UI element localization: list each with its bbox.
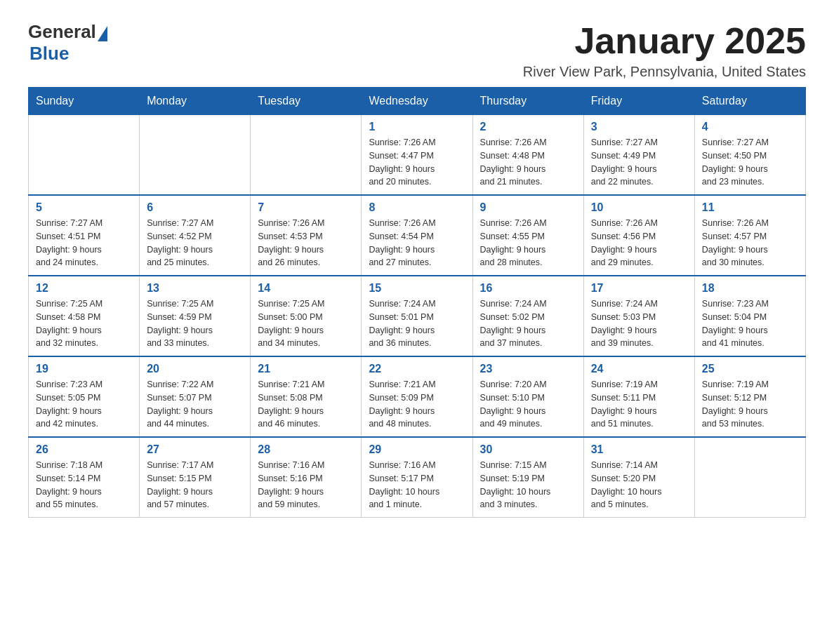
day-info: Sunrise: 7:24 AM Sunset: 5:02 PM Dayligh… bbox=[480, 297, 576, 350]
calendar-table: SundayMondayTuesdayWednesdayThursdayFrid… bbox=[28, 87, 806, 518]
calendar-cell: 29Sunrise: 7:16 AM Sunset: 5:17 PM Dayli… bbox=[362, 437, 472, 518]
day-number: 16 bbox=[480, 282, 576, 295]
calendar-cell: 5Sunrise: 7:27 AM Sunset: 4:51 PM Daylig… bbox=[29, 195, 140, 276]
calendar-header-row: SundayMondayTuesdayWednesdayThursdayFrid… bbox=[29, 88, 806, 115]
day-number: 10 bbox=[591, 201, 687, 214]
logo: General Blue bbox=[28, 21, 107, 65]
day-info: Sunrise: 7:23 AM Sunset: 5:04 PM Dayligh… bbox=[702, 297, 798, 350]
day-number: 30 bbox=[480, 443, 576, 456]
day-info: Sunrise: 7:14 AM Sunset: 5:20 PM Dayligh… bbox=[591, 459, 687, 511]
calendar-cell: 31Sunrise: 7:14 AM Sunset: 5:20 PM Dayli… bbox=[583, 437, 694, 518]
day-info: Sunrise: 7:27 AM Sunset: 4:50 PM Dayligh… bbox=[702, 136, 798, 189]
calendar-cell: 18Sunrise: 7:23 AM Sunset: 5:04 PM Dayli… bbox=[694, 276, 805, 356]
calendar-week-row: 26Sunrise: 7:18 AM Sunset: 5:14 PM Dayli… bbox=[29, 437, 806, 518]
day-info: Sunrise: 7:26 AM Sunset: 4:48 PM Dayligh… bbox=[480, 136, 576, 189]
day-info: Sunrise: 7:25 AM Sunset: 4:59 PM Dayligh… bbox=[147, 297, 243, 350]
day-info: Sunrise: 7:17 AM Sunset: 5:15 PM Dayligh… bbox=[147, 459, 243, 511]
calendar-cell bbox=[140, 115, 251, 196]
calendar-cell bbox=[694, 437, 805, 518]
calendar-cell: 6Sunrise: 7:27 AM Sunset: 4:52 PM Daylig… bbox=[140, 195, 251, 276]
day-info: Sunrise: 7:21 AM Sunset: 5:08 PM Dayligh… bbox=[258, 378, 354, 431]
calendar-cell: 14Sunrise: 7:25 AM Sunset: 5:00 PM Dayli… bbox=[251, 276, 362, 356]
day-info: Sunrise: 7:23 AM Sunset: 5:05 PM Dayligh… bbox=[36, 378, 132, 431]
calendar-cell bbox=[29, 115, 140, 196]
calendar-cell: 26Sunrise: 7:18 AM Sunset: 5:14 PM Dayli… bbox=[29, 437, 140, 518]
calendar-cell: 21Sunrise: 7:21 AM Sunset: 5:08 PM Dayli… bbox=[251, 356, 362, 437]
page-header: General Blue January 2025 River View Par… bbox=[28, 21, 806, 80]
calendar-week-row: 12Sunrise: 7:25 AM Sunset: 4:58 PM Dayli… bbox=[29, 276, 806, 356]
day-number: 31 bbox=[591, 443, 687, 456]
calendar-cell: 8Sunrise: 7:26 AM Sunset: 4:54 PM Daylig… bbox=[362, 195, 472, 276]
day-info: Sunrise: 7:27 AM Sunset: 4:49 PM Dayligh… bbox=[591, 136, 687, 189]
day-number: 17 bbox=[591, 282, 687, 295]
day-number: 5 bbox=[36, 201, 132, 214]
day-number: 21 bbox=[258, 363, 354, 375]
calendar-cell: 23Sunrise: 7:20 AM Sunset: 5:10 PM Dayli… bbox=[472, 356, 583, 437]
day-number: 11 bbox=[702, 201, 798, 214]
calendar-cell: 2Sunrise: 7:26 AM Sunset: 4:48 PM Daylig… bbox=[472, 115, 583, 196]
day-info: Sunrise: 7:27 AM Sunset: 4:51 PM Dayligh… bbox=[36, 217, 132, 269]
calendar-header-monday: Monday bbox=[140, 88, 251, 115]
day-info: Sunrise: 7:16 AM Sunset: 5:16 PM Dayligh… bbox=[258, 459, 354, 511]
calendar-cell: 13Sunrise: 7:25 AM Sunset: 4:59 PM Dayli… bbox=[140, 276, 251, 356]
calendar-cell: 25Sunrise: 7:19 AM Sunset: 5:12 PM Dayli… bbox=[694, 356, 805, 437]
day-number: 9 bbox=[480, 201, 576, 214]
day-info: Sunrise: 7:20 AM Sunset: 5:10 PM Dayligh… bbox=[480, 378, 576, 431]
day-info: Sunrise: 7:22 AM Sunset: 5:07 PM Dayligh… bbox=[147, 378, 243, 431]
day-info: Sunrise: 7:26 AM Sunset: 4:55 PM Dayligh… bbox=[480, 217, 576, 269]
logo-triangle-icon bbox=[98, 26, 107, 41]
day-info: Sunrise: 7:26 AM Sunset: 4:53 PM Dayligh… bbox=[258, 217, 354, 269]
day-info: Sunrise: 7:24 AM Sunset: 5:01 PM Dayligh… bbox=[369, 297, 465, 350]
calendar-cell: 27Sunrise: 7:17 AM Sunset: 5:15 PM Dayli… bbox=[140, 437, 251, 518]
day-number: 26 bbox=[36, 443, 132, 456]
day-number: 13 bbox=[147, 282, 243, 295]
day-number: 28 bbox=[258, 443, 354, 456]
calendar-cell: 3Sunrise: 7:27 AM Sunset: 4:49 PM Daylig… bbox=[583, 115, 694, 196]
calendar-week-row: 5Sunrise: 7:27 AM Sunset: 4:51 PM Daylig… bbox=[29, 195, 806, 276]
calendar-header-sunday: Sunday bbox=[29, 88, 140, 115]
day-number: 20 bbox=[147, 363, 243, 375]
day-number: 24 bbox=[591, 363, 687, 375]
calendar-week-row: 19Sunrise: 7:23 AM Sunset: 5:05 PM Dayli… bbox=[29, 356, 806, 437]
day-number: 14 bbox=[258, 282, 354, 295]
day-number: 15 bbox=[369, 282, 465, 295]
calendar-cell: 20Sunrise: 7:22 AM Sunset: 5:07 PM Dayli… bbox=[140, 356, 251, 437]
day-info: Sunrise: 7:25 AM Sunset: 4:58 PM Dayligh… bbox=[36, 297, 132, 350]
calendar-cell: 4Sunrise: 7:27 AM Sunset: 4:50 PM Daylig… bbox=[694, 115, 805, 196]
calendar-cell: 9Sunrise: 7:26 AM Sunset: 4:55 PM Daylig… bbox=[472, 195, 583, 276]
calendar-header-friday: Friday bbox=[583, 88, 694, 115]
calendar-header-saturday: Saturday bbox=[694, 88, 805, 115]
calendar-cell: 7Sunrise: 7:26 AM Sunset: 4:53 PM Daylig… bbox=[251, 195, 362, 276]
calendar-cell: 24Sunrise: 7:19 AM Sunset: 5:11 PM Dayli… bbox=[583, 356, 694, 437]
title-section: January 2025 River View Park, Pennsylvan… bbox=[523, 21, 806, 80]
day-info: Sunrise: 7:15 AM Sunset: 5:19 PM Dayligh… bbox=[480, 459, 576, 511]
day-number: 19 bbox=[36, 363, 132, 375]
day-number: 27 bbox=[147, 443, 243, 456]
day-number: 3 bbox=[591, 121, 687, 133]
day-number: 2 bbox=[480, 121, 576, 133]
logo-blue-text: Blue bbox=[29, 43, 107, 65]
calendar-cell: 11Sunrise: 7:26 AM Sunset: 4:57 PM Dayli… bbox=[694, 195, 805, 276]
day-info: Sunrise: 7:25 AM Sunset: 5:00 PM Dayligh… bbox=[258, 297, 354, 350]
calendar-cell: 16Sunrise: 7:24 AM Sunset: 5:02 PM Dayli… bbox=[472, 276, 583, 356]
day-info: Sunrise: 7:26 AM Sunset: 4:56 PM Dayligh… bbox=[591, 217, 687, 269]
day-info: Sunrise: 7:26 AM Sunset: 4:57 PM Dayligh… bbox=[702, 217, 798, 269]
calendar-cell: 28Sunrise: 7:16 AM Sunset: 5:16 PM Dayli… bbox=[251, 437, 362, 518]
day-info: Sunrise: 7:19 AM Sunset: 5:12 PM Dayligh… bbox=[702, 378, 798, 431]
day-number: 22 bbox=[369, 363, 465, 375]
calendar-cell: 17Sunrise: 7:24 AM Sunset: 5:03 PM Dayli… bbox=[583, 276, 694, 356]
calendar-header-tuesday: Tuesday bbox=[251, 88, 362, 115]
day-number: 6 bbox=[147, 201, 243, 214]
day-info: Sunrise: 7:26 AM Sunset: 4:54 PM Dayligh… bbox=[369, 217, 465, 269]
day-number: 8 bbox=[369, 201, 465, 214]
day-info: Sunrise: 7:24 AM Sunset: 5:03 PM Dayligh… bbox=[591, 297, 687, 350]
day-info: Sunrise: 7:18 AM Sunset: 5:14 PM Dayligh… bbox=[36, 459, 132, 511]
logo-general-text: General bbox=[28, 21, 96, 43]
calendar-cell: 19Sunrise: 7:23 AM Sunset: 5:05 PM Dayli… bbox=[29, 356, 140, 437]
day-info: Sunrise: 7:27 AM Sunset: 4:52 PM Dayligh… bbox=[147, 217, 243, 269]
day-info: Sunrise: 7:16 AM Sunset: 5:17 PM Dayligh… bbox=[369, 459, 465, 511]
calendar-week-row: 1Sunrise: 7:26 AM Sunset: 4:47 PM Daylig… bbox=[29, 115, 806, 196]
calendar-cell: 22Sunrise: 7:21 AM Sunset: 5:09 PM Dayli… bbox=[362, 356, 472, 437]
day-number: 1 bbox=[369, 121, 465, 133]
day-info: Sunrise: 7:26 AM Sunset: 4:47 PM Dayligh… bbox=[369, 136, 465, 189]
